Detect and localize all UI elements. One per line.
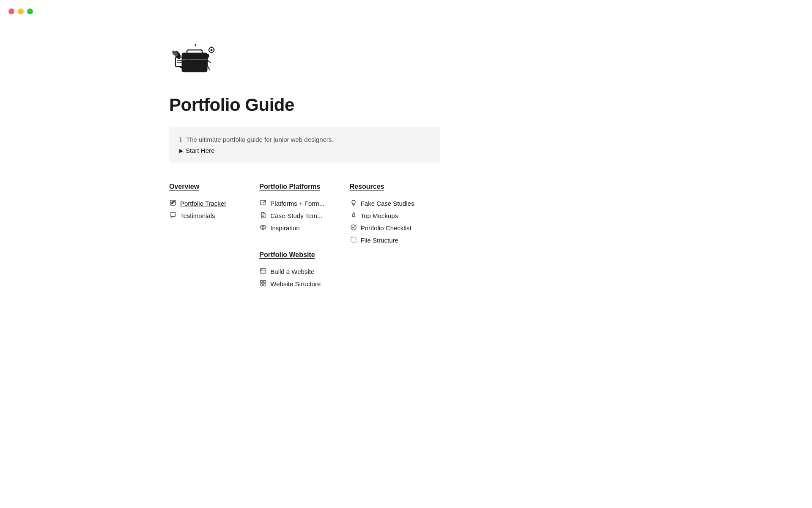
chat-icon — [169, 212, 177, 220]
platforms-items: Platforms + Form... Case-Study Tem... — [259, 197, 349, 234]
callout-text: The ultimate portfolio guide for junior … — [186, 136, 334, 143]
resources-column: Resources Fake Case Studies — [350, 183, 440, 290]
portfolio-platforms-column: Portfolio Platforms Platforms + Form... — [259, 183, 349, 290]
eye-icon — [259, 224, 267, 232]
svg-point-7 — [205, 54, 209, 58]
svg-point-18 — [211, 49, 213, 51]
start-here-link[interactable]: ▶ Start Here — [179, 147, 430, 154]
inspiration-text: Inspiration — [270, 224, 299, 232]
case-study-tem-link[interactable]: Case-Study Tem... — [259, 210, 349, 222]
overview-column: Overview Portfolio Tracker — [169, 183, 259, 290]
svg-rect-39 — [351, 237, 356, 242]
svg-rect-2 — [182, 59, 207, 60]
portfolio-checklist-link[interactable]: Portfolio Checklist — [350, 222, 440, 234]
website-structure-text: Website Structure — [270, 280, 321, 287]
svg-line-12 — [207, 66, 210, 70]
platforms-form-text: Platforms + Form... — [270, 200, 324, 207]
svg-point-28 — [262, 226, 264, 229]
fake-case-studies-text: Fake Case Studies — [361, 200, 414, 207]
svg-rect-34 — [261, 284, 263, 286]
hero-illustration: ✦ ✦ — [169, 34, 220, 85]
doc-icon — [259, 212, 267, 220]
dashed-square-icon — [350, 236, 357, 244]
resources-items: Fake Case Studies Top Mockups — [350, 197, 440, 246]
minimize-button[interactable] — [18, 8, 24, 14]
svg-rect-33 — [263, 281, 266, 283]
svg-rect-0 — [182, 53, 207, 72]
svg-rect-32 — [261, 281, 263, 283]
external-link-icon — [259, 199, 267, 207]
lightbulb-icon — [350, 199, 357, 207]
columns-container: Overview Portfolio Tracker — [169, 183, 440, 290]
website-structure-link[interactable]: Website Structure — [259, 278, 349, 290]
page-title: Portfolio Guide — [169, 95, 440, 115]
case-study-text: Case-Study Tem... — [270, 212, 322, 219]
top-mockups-link[interactable]: Top Mockups — [350, 210, 440, 222]
start-here-text: Start Here — [186, 147, 214, 154]
svg-rect-35 — [263, 284, 266, 286]
file-structure-text: File Structure — [361, 237, 398, 244]
portfolio-tracker-text: Portfolio Tracker — [180, 200, 226, 207]
info-callout: ℹ The ultimate portfolio guide for junio… — [169, 127, 440, 163]
play-icon: ▶ — [179, 148, 183, 154]
portfolio-website-title: Portfolio Website — [259, 251, 349, 259]
testimonials-text: Testimonials — [180, 212, 215, 219]
build-website-text: Build a Website — [270, 268, 314, 275]
testimonials-link[interactable]: Testimonials — [169, 210, 259, 222]
portfolio-checklist-text: Portfolio Checklist — [361, 224, 411, 232]
top-mockups-text: Top Mockups — [361, 212, 398, 219]
svg-rect-4 — [180, 66, 183, 68]
grid-icon — [259, 280, 267, 288]
callout-header: ℹ The ultimate portfolio guide for junio… — [179, 135, 430, 144]
window-controls — [8, 8, 33, 14]
build-website-link[interactable]: Build a Website — [259, 265, 349, 278]
resources-title: Resources — [350, 183, 440, 190]
overview-items: Portfolio Tracker Testimonials — [169, 197, 259, 222]
svg-rect-24 — [170, 213, 176, 216]
platforms-form-link[interactable]: Platforms + Form... — [259, 197, 349, 210]
portfolio-platforms-title: Portfolio Platforms — [259, 183, 349, 190]
checkmark-circle-icon — [350, 224, 357, 232]
main-content: ✦ ✦ Portfolio Guide ℹ The ultimate portf… — [152, 0, 457, 324]
edit-icon — [169, 199, 177, 207]
file-structure-link[interactable]: File Structure — [350, 234, 440, 246]
info-icon: ℹ — [179, 135, 182, 144]
fire-icon — [350, 212, 357, 220]
overview-title: Overview — [169, 183, 259, 190]
svg-text:✦: ✦ — [200, 48, 202, 51]
svg-text:✦: ✦ — [194, 43, 197, 47]
fake-case-studies-link[interactable]: Fake Case Studies — [350, 197, 440, 210]
inspiration-link[interactable]: Inspiration — [259, 222, 349, 234]
close-button[interactable] — [8, 8, 14, 14]
portfolio-tracker-link[interactable]: Portfolio Tracker — [169, 197, 259, 210]
browser-icon — [259, 268, 267, 276]
portfolio-website-section: Portfolio Website Build a Website — [259, 251, 349, 290]
maximize-button[interactable] — [27, 8, 33, 14]
